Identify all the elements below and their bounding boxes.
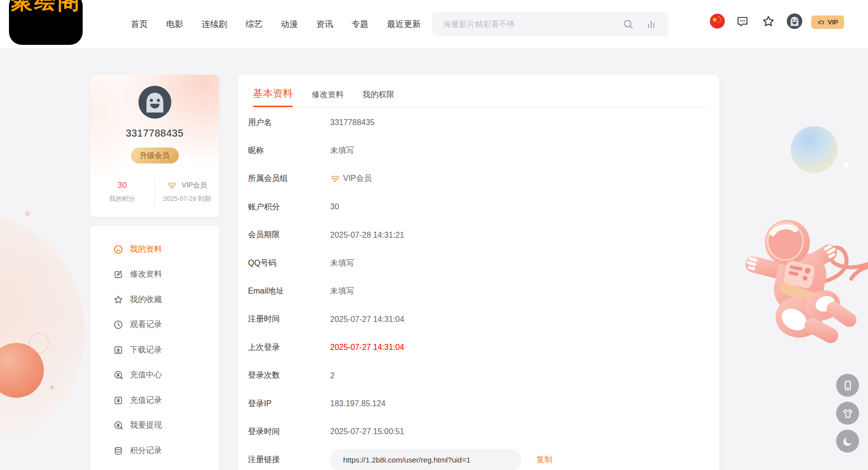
- china-flag-icon[interactable]: [710, 13, 725, 29]
- info-value: 未填写: [330, 146, 354, 156]
- vip-diamond-icon: [167, 181, 177, 190]
- site-logo[interactable]: 聚绘阁: [9, 0, 83, 45]
- info-label: 注册链接: [248, 455, 330, 465]
- info-label: QQ号码: [248, 258, 330, 269]
- info-value: 183.197.85.124: [330, 399, 385, 408]
- edit-icon: [113, 269, 124, 280]
- points-value: 30: [90, 179, 154, 191]
- tshirt-icon: [842, 407, 854, 420]
- profile-info-rows: 用户名 3317788435 3317788435 昵称 未填写 未填写: [248, 107, 709, 470]
- profile-info-row: 注册链接 https://1.2b8i.com/user/reg.html?ui…: [248, 446, 709, 470]
- avatar-ghost-icon: [138, 86, 171, 119]
- sidebar-menu-item[interactable]: 充值中心: [90, 363, 219, 388]
- profile-tab[interactable]: 基本资料: [253, 87, 293, 107]
- decor-soft-blob: [0, 214, 85, 449]
- profile-info-row: Email地址 未填写 未填写: [248, 277, 709, 305]
- sidebar-menu-item[interactable]: 我的收藏: [90, 287, 219, 313]
- info-label: 所属会员组: [248, 173, 330, 184]
- nav-item[interactable]: 首页: [131, 18, 148, 30]
- info-label: 登录时间: [248, 427, 330, 437]
- profile-info-row: 用户名 3317788435 3317788435: [248, 109, 709, 137]
- profile-tab[interactable]: 修改资料: [312, 90, 344, 107]
- username: 3317788435: [90, 128, 219, 139]
- nav-item[interactable]: 连续剧: [202, 18, 227, 30]
- withdraw-icon: [113, 420, 124, 431]
- vip-stat: VIP会员 2025-07-28 到期: [154, 176, 219, 206]
- sidebar-menu-item[interactable]: 修改资料: [90, 262, 219, 288]
- copy-link-button[interactable]: 复制: [536, 455, 552, 465]
- chart-bars-icon[interactable]: [646, 18, 657, 30]
- info-label: 登录次数: [248, 370, 330, 381]
- info-label: 用户名: [248, 118, 330, 128]
- info-label: 上次登录: [248, 342, 330, 353]
- registration-link-field[interactable]: https://1.2b8i.com/user/reg.html?uid=1: [330, 449, 521, 470]
- floating-button[interactable]: [836, 430, 859, 453]
- points-stat: 30 我的积分: [90, 176, 154, 206]
- info-value: VIP会员: [343, 173, 372, 184]
- info-value: 30: [330, 202, 339, 211]
- profile-tabs: 基本资料修改资料我的权限: [248, 75, 709, 107]
- profile-stats: 30 我的积分 VIP会员 2025-07-28 到期: [90, 176, 219, 206]
- search-icon[interactable]: [622, 18, 634, 30]
- vip-button-label: VIP: [828, 18, 838, 26]
- vip-expire-date: 2025-07-28 到期: [155, 194, 219, 203]
- sidebar-menu-item[interactable]: 我要提现: [90, 413, 219, 439]
- sidebar-menu-item[interactable]: 下载记录: [90, 337, 219, 363]
- profile-info-row: QQ号码 未填写 未填写: [248, 249, 709, 277]
- decor-ring: [29, 333, 49, 353]
- info-value: 3317788435: [330, 118, 374, 127]
- sidebar-menu-item[interactable]: 积分记录: [90, 438, 219, 464]
- nav-item[interactable]: 最近更新: [387, 18, 421, 30]
- info-value: 未填写: [330, 258, 354, 269]
- database-icon: [113, 446, 124, 456]
- yen-square-icon: [113, 395, 124, 406]
- sidebar-menu-item[interactable]: 观看记录: [90, 313, 219, 338]
- decor-white-dot: [844, 162, 849, 168]
- nav-item[interactable]: 专题: [352, 18, 369, 30]
- profile-tab[interactable]: 我的权限: [363, 90, 394, 107]
- sidebar-menu-item[interactable]: 我的资料: [90, 237, 219, 262]
- sidebar-menu-item[interactable]: 充值记录: [90, 388, 219, 413]
- info-label: Email地址: [248, 286, 330, 297]
- nav-item[interactable]: 资讯: [316, 18, 333, 30]
- info-value: 2025-07-28 14:31:21: [330, 231, 404, 240]
- floating-button[interactable]: [836, 402, 859, 425]
- points-label: 我的积分: [90, 194, 154, 203]
- floating-button[interactable]: [836, 374, 859, 397]
- recharge-icon: [113, 370, 124, 380]
- nav-item[interactable]: 综艺: [246, 18, 262, 30]
- moon-icon: [842, 435, 854, 448]
- info-value: 2025-07-27 14:31:04: [330, 343, 404, 352]
- info-value: 未填写: [330, 286, 354, 297]
- info-label: 注册时间: [248, 314, 330, 324]
- profile-info-row: 登录时间 2025-07-27 15:00:51 2025-07-27 15:0…: [248, 418, 709, 446]
- download-icon: [113, 345, 124, 355]
- info-label: 登录IP: [248, 399, 330, 409]
- nav-item[interactable]: 电影: [166, 18, 183, 30]
- profile-info-row: 登录次数 2 2: [248, 362, 709, 390]
- page: 聚绘阁 首页电影连续剧综艺动漫资讯专题最近更新 VIP 3317788435 升…: [0, 0, 868, 470]
- vip-group-label: VIP会员: [182, 181, 207, 190]
- upgrade-membership-button[interactable]: 升级会员: [131, 148, 179, 163]
- device-icon: [842, 379, 854, 392]
- star-icon[interactable]: [761, 14, 775, 28]
- info-value: 2025-07-27 15:00:51: [330, 427, 404, 436]
- site-logo-text: 聚绘阁: [9, 0, 83, 14]
- profile-info-row: 所属会员组 VIP会员 VIP会员: [248, 165, 709, 193]
- clock-icon: [113, 319, 124, 330]
- profile-info-row: 账户积分 30 30: [248, 193, 709, 221]
- chat-icon[interactable]: [736, 15, 749, 28]
- search-input[interactable]: [432, 20, 622, 29]
- smiley-icon: [113, 244, 124, 255]
- floating-toolbar: [836, 374, 859, 453]
- info-value: 2025-07-27 14:31:04: [330, 315, 404, 324]
- profile-info-row: 登录IP 183.197.85.124 183.197.85.124: [248, 390, 709, 418]
- avatar-ghost-icon[interactable]: [787, 13, 802, 29]
- profile-info-row: 注册时间 2025-07-27 14:31:04 2025-07-27 14:3…: [248, 306, 709, 333]
- vip-button[interactable]: VIP: [811, 15, 844, 29]
- top-header: 聚绘阁 首页电影连续剧综艺动漫资讯专题最近更新 VIP: [0, 0, 868, 48]
- nav-item[interactable]: 动漫: [281, 18, 298, 30]
- profile-main-panel: 基本资料修改资料我的权限 用户名 3317788435 3317788435 昵…: [238, 75, 719, 470]
- astronaut-illustration: [745, 218, 868, 355]
- profile-info-row: 会员期限 2025-07-28 14:31:21 2025-07-28 14:3…: [248, 221, 709, 249]
